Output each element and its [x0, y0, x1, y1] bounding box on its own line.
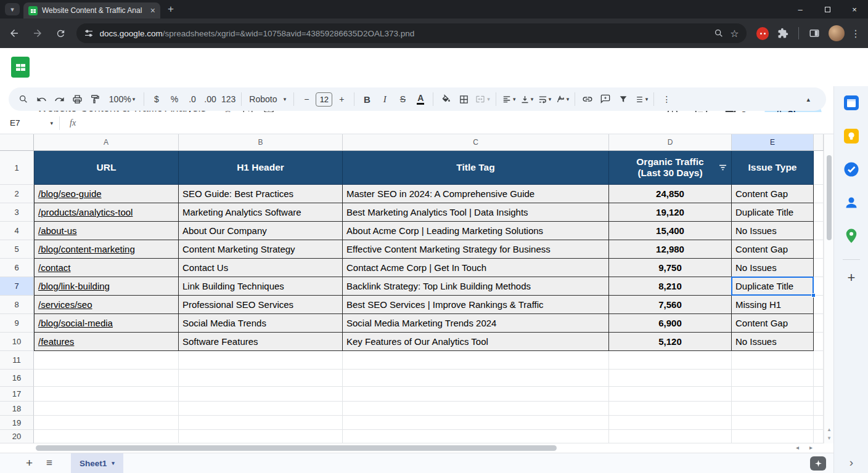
increase-decimal-button[interactable]: .00 — [202, 90, 219, 108]
cell-E17[interactable] — [732, 387, 814, 402]
text-rotation-button[interactable]: ▾ — [554, 90, 571, 108]
tab-search-button[interactable]: ▾ — [5, 3, 20, 15]
cell-D4[interactable]: 15,400 — [609, 222, 732, 240]
bookmark-star-icon[interactable]: ☆ — [730, 28, 739, 39]
text-wrap-button[interactable]: ▾ — [536, 90, 553, 108]
horizontal-scrollbar[interactable]: ◂ ▸ — [34, 443, 824, 453]
cell-E2[interactable]: Content Gap — [732, 185, 814, 203]
row-header-5[interactable]: 5 — [0, 240, 34, 259]
header-cell-A1[interactable]: URL — [34, 151, 179, 185]
all-sheets-button[interactable]: ≡ — [46, 457, 52, 469]
cell-A7[interactable]: /blog/link-building — [34, 277, 179, 296]
scroll-right-icon[interactable]: ▸ — [809, 444, 813, 451]
cell-D11[interactable] — [609, 351, 732, 370]
browser-menu-icon[interactable]: ⋮ — [851, 28, 861, 39]
cell-A16[interactable] — [34, 370, 179, 387]
new-tab-button[interactable]: + — [168, 3, 174, 15]
vertical-scrollbar[interactable]: ▴ ▾ — [824, 134, 833, 443]
cell-A18[interactable] — [34, 402, 179, 416]
cell-B7[interactable]: Link Building Techniques — [179, 277, 343, 296]
header-cell-D1[interactable]: Organic Traffic (Last 30 Days) — [609, 151, 732, 185]
cell-E18[interactable] — [732, 402, 814, 416]
zoom-select[interactable]: 100%▾ — [104, 90, 140, 108]
decrease-decimal-button[interactable]: .0 — [184, 90, 201, 108]
cell-D8[interactable]: 7,560 — [609, 296, 732, 314]
format-currency-button[interactable]: $ — [148, 90, 165, 108]
format-percent-button[interactable]: % — [166, 90, 183, 108]
browser-profile-avatar[interactable] — [829, 25, 845, 41]
cell-A10[interactable]: /features — [34, 333, 179, 351]
row-header-16[interactable]: 16 — [0, 370, 34, 387]
cell-C20[interactable] — [343, 430, 609, 443]
cell-E3[interactable]: Duplicate Title — [732, 203, 814, 222]
expand-side-panel-icon[interactable]: › — [834, 456, 868, 469]
extensions-button[interactable] — [774, 24, 792, 42]
cell-A3[interactable]: /products/analytics-tool — [34, 203, 179, 222]
cell-D9[interactable]: 6,900 — [609, 314, 732, 333]
toolbar-more-button[interactable]: ⋮ — [658, 90, 675, 108]
italic-button[interactable]: I — [376, 90, 393, 108]
cell-C2[interactable]: Master SEO in 2024: A Comprehensive Guid… — [343, 185, 609, 203]
scroll-left-icon[interactable]: ◂ — [796, 444, 799, 451]
column-header-C[interactable]: C — [343, 134, 609, 151]
site-info-icon[interactable] — [84, 28, 94, 38]
maximize-button[interactable] — [814, 0, 841, 18]
name-box[interactable]: E7 ▾ — [0, 118, 59, 127]
window-close-button[interactable]: × — [841, 0, 868, 18]
cell-C11[interactable] — [343, 351, 609, 370]
cell-B8[interactable]: Professional SEO Services — [179, 296, 343, 314]
cell-C17[interactable] — [343, 387, 609, 402]
create-filter-button[interactable] — [615, 90, 632, 108]
cell-D20[interactable] — [609, 430, 732, 443]
cell-C8[interactable]: Best SEO Services | Improve Rankings & T… — [343, 296, 609, 314]
cell-B6[interactable]: Contact Us — [179, 259, 343, 277]
keep-icon[interactable] — [843, 128, 859, 144]
search-icon[interactable] — [714, 28, 724, 38]
insert-link-button[interactable] — [579, 90, 596, 108]
cell-B18[interactable] — [179, 402, 343, 416]
cell-D7[interactable]: 8,210 — [609, 277, 732, 296]
extension-red-icon[interactable] — [756, 27, 769, 40]
row-header-10[interactable]: 10 — [0, 333, 34, 351]
strikethrough-button[interactable]: S — [394, 90, 411, 108]
vertical-align-button[interactable]: ▾ — [518, 90, 535, 108]
cell-C10[interactable]: Key Features of Our Analytics Tool — [343, 333, 609, 351]
cell-E19[interactable] — [732, 416, 814, 430]
borders-button[interactable] — [455, 90, 472, 108]
header-cell-C1[interactable]: Title Tag — [343, 151, 609, 185]
scroll-up-icon[interactable]: ▴ — [824, 426, 834, 432]
print-button[interactable] — [68, 90, 86, 108]
cell-A19[interactable] — [34, 416, 179, 430]
cell-A4[interactable]: /about-us — [34, 222, 179, 240]
minimize-button[interactable]: – — [787, 0, 814, 18]
cell-E9[interactable]: Content Gap — [732, 314, 814, 333]
increase-font-size-button[interactable]: + — [333, 90, 350, 108]
tasks-icon[interactable] — [843, 161, 859, 177]
cell-C3[interactable]: Best Marketing Analytics Tool | Data Ins… — [343, 203, 609, 222]
row-header-2[interactable]: 2 — [0, 185, 34, 203]
cell-B2[interactable]: SEO Guide: Best Practices — [179, 185, 343, 203]
row-header-8[interactable]: 8 — [0, 296, 34, 314]
cell-B20[interactable] — [179, 430, 343, 443]
cell-A2[interactable]: /blog/seo-guide — [34, 185, 179, 203]
cell-B17[interactable] — [179, 387, 343, 402]
undo-button[interactable] — [33, 90, 50, 108]
contacts-icon[interactable] — [843, 195, 859, 211]
forward-button[interactable] — [28, 24, 47, 42]
column-header-A[interactable]: A — [34, 134, 179, 151]
row-header-17[interactable]: 17 — [0, 387, 34, 402]
toolbar-search-button[interactable] — [15, 90, 32, 108]
cell-B11[interactable] — [179, 351, 343, 370]
functions-button[interactable]: ▾ — [633, 90, 650, 108]
horizontal-scrollbar-thumb[interactable] — [36, 445, 557, 451]
cell-E11[interactable] — [732, 351, 814, 370]
cell-C4[interactable]: About Acme Corp | Leading Marketing Solu… — [343, 222, 609, 240]
address-bar[interactable]: docs.google.com/spreadsheets/xgrid=&wid=… — [76, 23, 747, 43]
cell-C9[interactable]: Social Media Marketing Trends 2024 — [343, 314, 609, 333]
font-select[interactable]: Roboto▾ — [245, 90, 290, 108]
cell-D10[interactable]: 5,120 — [609, 333, 732, 351]
vertical-scrollbar-thumb[interactable] — [827, 155, 832, 240]
cell-C5[interactable]: Effective Content Marketing Strategy for… — [343, 240, 609, 259]
row-header-9[interactable]: 9 — [0, 314, 34, 333]
side-panel-button[interactable] — [805, 24, 824, 42]
